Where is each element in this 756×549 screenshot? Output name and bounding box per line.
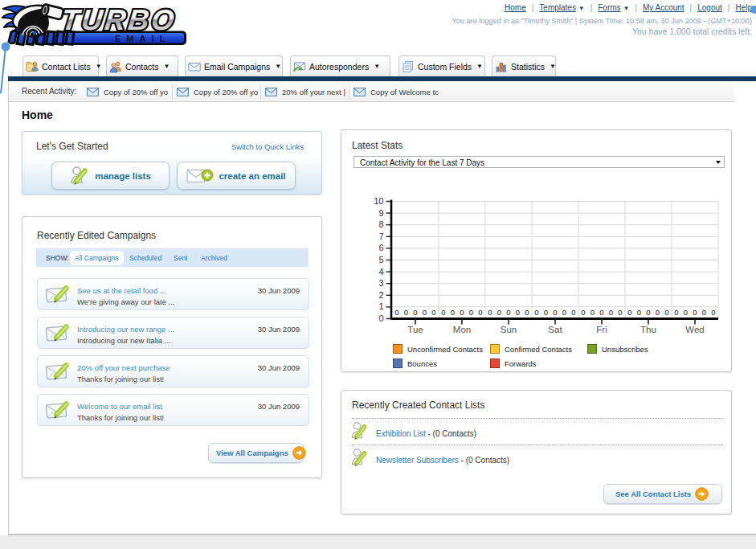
svg-text:3: 3 [378, 278, 383, 288]
svg-text:0: 0 [618, 308, 622, 317]
svg-text:Mon: Mon [453, 325, 471, 334]
svg-text:0: 0 [488, 308, 492, 317]
svg-text:0: 0 [506, 308, 510, 317]
svg-text:0: 0 [646, 308, 650, 317]
svg-text:5: 5 [378, 255, 383, 264]
svg-text:Sat: Sat [548, 325, 562, 334]
svg-text:Sun: Sun [501, 325, 517, 334]
svg-text:0: 0 [590, 308, 595, 317]
svg-text:0: 0 [664, 308, 668, 317]
svg-text:0: 0 [413, 308, 417, 317]
svg-text:0: 0 [451, 308, 455, 317]
svg-text:0: 0 [394, 308, 398, 317]
svg-text:7: 7 [378, 231, 383, 241]
svg-text:0: 0 [684, 308, 688, 317]
svg-text:0: 0 [516, 308, 520, 317]
svg-text:1: 1 [378, 301, 383, 311]
svg-text:0: 0 [571, 308, 575, 317]
svg-text:2: 2 [378, 290, 383, 300]
svg-text:4: 4 [378, 267, 383, 277]
svg-text:0: 0 [674, 308, 678, 317]
svg-text:0: 0 [441, 308, 445, 317]
svg-text:0: 0 [478, 308, 482, 317]
svg-text:0: 0 [469, 308, 473, 317]
svg-text:0: 0 [431, 308, 435, 317]
svg-text:6: 6 [378, 243, 383, 252]
svg-text:0: 0 [711, 308, 715, 317]
svg-text:0: 0 [553, 308, 557, 317]
svg-text:0: 0 [627, 308, 631, 317]
svg-text:10: 10 [374, 196, 383, 206]
svg-text:Thu: Thu [640, 325, 656, 334]
svg-text:Tue: Tue [407, 325, 423, 334]
svg-text:0: 0 [656, 308, 660, 317]
svg-text:Wed: Wed [685, 325, 704, 334]
svg-text:0: 0 [460, 308, 464, 317]
svg-text:TURBO: TURBO [59, 3, 178, 36]
svg-text:0: 0 [562, 308, 566, 317]
svg-text:0: 0 [599, 308, 603, 317]
svg-text:0: 0 [702, 308, 706, 317]
svg-text:8: 8 [378, 219, 383, 229]
svg-text:0: 0 [609, 308, 613, 317]
svg-text:0: 0 [404, 308, 408, 317]
svg-text:0: 0 [637, 308, 641, 317]
svg-text:9: 9 [378, 208, 383, 218]
svg-text:0: 0 [693, 308, 697, 317]
svg-text:0: 0 [581, 308, 585, 317]
svg-text:0: 0 [378, 313, 383, 323]
svg-text:0: 0 [544, 308, 548, 317]
svg-text:0: 0 [497, 308, 501, 317]
svg-text:0: 0 [534, 308, 538, 317]
svg-text:Fri: Fri [596, 325, 607, 334]
svg-text:0: 0 [423, 308, 427, 317]
svg-text:0: 0 [525, 308, 529, 317]
